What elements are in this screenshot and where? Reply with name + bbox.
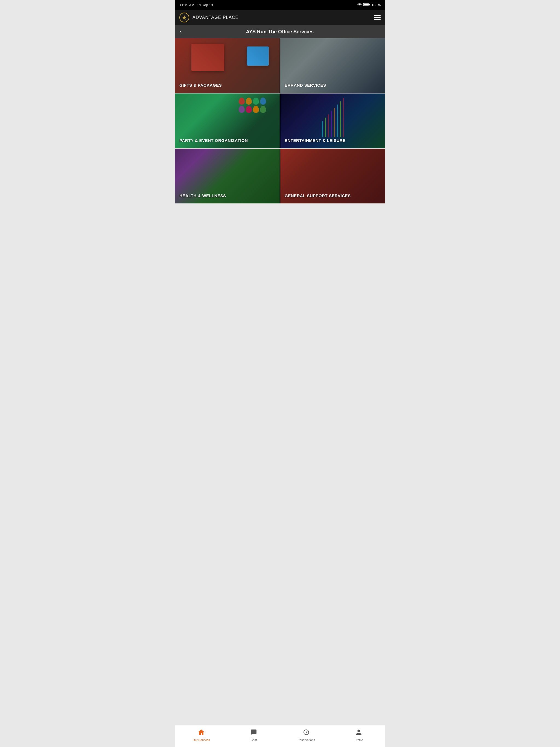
service-tile-errand[interactable]: ERRAND SERVICES xyxy=(280,38,385,93)
status-date: Fri Sep 13 xyxy=(197,3,213,7)
tab-label-profile: Profile xyxy=(354,738,363,742)
back-button[interactable]: ‹ xyxy=(179,29,181,34)
svg-rect-1 xyxy=(369,4,370,5)
brand-name: ADVANTAGE PLACE xyxy=(193,15,238,20)
svg-marker-3 xyxy=(182,15,186,20)
tile-label-health: HEALTH & WELLNESS xyxy=(179,193,275,198)
tab-label-chat: Chat xyxy=(251,738,257,742)
tile-label-errand: ERRAND SERVICES xyxy=(285,83,381,87)
status-left: 11:15 AM Fri Sep 13 xyxy=(179,3,213,7)
top-nav: ADVANTAGE PLACE xyxy=(175,10,385,25)
svg-rect-2 xyxy=(364,4,368,5)
status-bar: 11:15 AM Fri Sep 13 100% xyxy=(175,0,385,10)
battery-percent: 100% xyxy=(372,3,381,7)
tile-label-entertainment: ENTERTAINMENT & LEISURE xyxy=(285,138,381,143)
tab-bar: Our Services Chat Reservations Profile xyxy=(175,725,385,747)
page-title: AYS Run The Office Services xyxy=(186,29,374,35)
service-tile-entertainment[interactable]: ENTERTAINMENT & LEISURE xyxy=(280,94,385,148)
chat-icon xyxy=(251,729,257,737)
logo-area: ADVANTAGE PLACE xyxy=(179,12,238,22)
wifi-icon xyxy=(357,3,362,7)
tab-our-services[interactable]: Our Services xyxy=(175,725,228,747)
tab-reservations[interactable]: Reservations xyxy=(280,725,332,747)
status-right: 100% xyxy=(357,3,381,7)
tile-label-gifts: GIFTS & PACKAGES xyxy=(179,83,275,87)
tile-label-general: GENERAL SUPPORT SERVICES xyxy=(285,193,381,198)
service-tile-gifts[interactable]: GIFTS & PACKAGES xyxy=(175,38,280,93)
services-grid: GIFTS & PACKAGESERRAND SERVICESPARTY & E… xyxy=(175,38,385,203)
tile-label-party: PARTY & EVENT ORGANIZATION xyxy=(179,138,275,143)
status-time: 11:15 AM xyxy=(179,3,195,7)
profile-icon xyxy=(355,729,362,737)
tab-profile[interactable]: Profile xyxy=(332,725,385,747)
tab-label-our-services: Our Services xyxy=(193,738,210,742)
content-area xyxy=(175,203,385,725)
tab-label-reservations: Reservations xyxy=(298,738,315,742)
tab-chat[interactable]: Chat xyxy=(228,725,280,747)
sub-header: ‹ AYS Run The Office Services xyxy=(175,25,385,38)
service-tile-health[interactable]: HEALTH & WELLNESS xyxy=(175,149,280,203)
reservations-icon xyxy=(303,729,309,737)
our-services-icon xyxy=(198,729,205,737)
hamburger-menu[interactable] xyxy=(374,15,381,20)
battery-icon xyxy=(363,3,370,7)
service-tile-general[interactable]: GENERAL SUPPORT SERVICES xyxy=(280,149,385,203)
logo-badge xyxy=(179,12,189,22)
service-tile-party[interactable]: PARTY & EVENT ORGANIZATION xyxy=(175,94,280,148)
